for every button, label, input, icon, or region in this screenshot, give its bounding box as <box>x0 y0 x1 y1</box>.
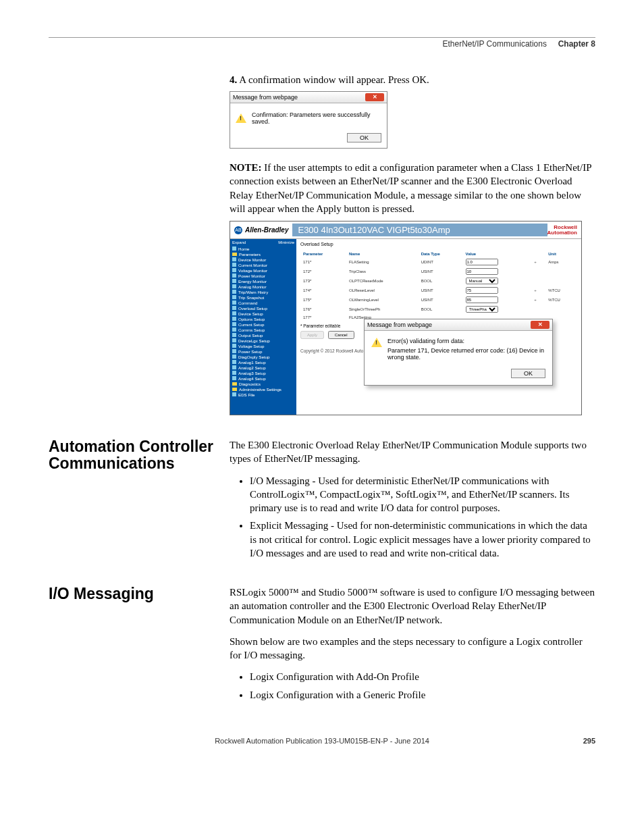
param-unit <box>545 305 577 314</box>
allen-bradley-logo: AB Allen-Bradley <box>234 226 288 234</box>
param-name: OLResetLevel <box>346 286 419 295</box>
param-value-select[interactable]: Manual <box>466 278 498 284</box>
param-datatype: BOOL <box>419 305 463 314</box>
nav-item[interactable]: DiagOsply Setup <box>238 355 269 359</box>
param-id: 177* <box>300 314 346 321</box>
page-icon <box>232 268 236 272</box>
nav-item[interactable]: Analog2 Setup <box>238 365 266 370</box>
page-icon <box>232 360 236 364</box>
note-text: If the user attempts to edit a configura… <box>230 162 591 214</box>
page-icon <box>232 317 236 321</box>
nav-eds[interactable]: EDS File <box>238 392 254 397</box>
nav-command[interactable]: Command <box>238 301 258 305</box>
nav-item[interactable]: Voltage Setup <box>238 344 265 348</box>
nav-item[interactable]: Options Setup <box>238 317 265 321</box>
step-number: 4. <box>230 74 237 85</box>
col-parameter: Parameter <box>300 251 346 257</box>
main-panel-title: Overload Setup <box>300 242 577 246</box>
section-heading-automation: Automation Controller Communications <box>49 438 230 568</box>
folder-icon <box>232 382 237 386</box>
expand-button[interactable]: Expand <box>232 240 246 244</box>
error-line2: Parameter 171, Device returned error cod… <box>387 347 545 361</box>
section-heading-io: I/O Messaging <box>49 585 230 710</box>
param-value-input[interactable] <box>466 296 498 303</box>
table-row: 173*OLPTCResetModeBOOLManual <box>300 276 577 286</box>
publication-info: Rockwell Automation Publication 193-UM01… <box>215 737 429 745</box>
nav-item[interactable]: Voltage Monitor <box>238 268 267 273</box>
nav-item[interactable]: Analog3 Setup <box>238 371 266 375</box>
nav-item[interactable]: DeviceLgx Setup <box>238 338 270 343</box>
page-icon <box>232 290 236 294</box>
nav-item[interactable]: Device Monitor <box>238 257 266 262</box>
nav-item[interactable]: Current Monitor <box>238 263 267 267</box>
col-datatype: Data Type <box>419 251 463 257</box>
page-icon <box>232 301 236 305</box>
header-rule <box>49 37 595 38</box>
error-title: Message from webpage <box>367 321 432 328</box>
note-label: NOTE: <box>230 162 262 173</box>
nav-admin[interactable]: Administrative Settings <box>239 387 281 392</box>
close-icon[interactable]: ✕ <box>531 321 549 329</box>
ok-button[interactable]: OK <box>511 369 545 378</box>
rockwell-logo: Rockwell Automation <box>547 225 577 235</box>
nav-item[interactable]: Current Setup <box>238 322 265 327</box>
param-value-select[interactable]: ThreePhase <box>466 306 498 313</box>
page-icon <box>232 263 236 267</box>
param-datatype: UDINT <box>419 257 463 267</box>
folder-icon <box>232 388 237 391</box>
product-title: E300 4In3Out120VAC VIGPt5to30Amp <box>292 224 547 236</box>
nav-home[interactable]: Home <box>238 246 250 251</box>
param-datatype: USINT <box>419 295 463 305</box>
note-paragraph: NOTE: If the user attempts to edit a con… <box>230 161 595 215</box>
param-id: 172* <box>300 267 346 276</box>
nav-parameters[interactable]: Parameters <box>239 252 261 257</box>
page-footer: Rockwell Automation Publication 193-UM01… <box>49 737 595 745</box>
param-name: SingleOrThreePh <box>346 305 419 314</box>
minimize-button[interactable]: Minimize <box>278 240 294 244</box>
header-chapter: Chapter 8 <box>558 39 595 49</box>
nav-item[interactable]: Analog Monitor <box>238 284 267 289</box>
nav-item[interactable]: Trip Snapshot <box>238 295 264 300</box>
table-row: 176*SingleOrThreePhBOOLThreePhase <box>300 305 577 314</box>
sidebar-nav: Expand Minimize Home Parameters Device M… <box>230 239 296 415</box>
nav-item[interactable]: Device Setup <box>238 311 263 316</box>
error-line1: Error(s) validating form data: <box>387 338 545 344</box>
param-id: 173* <box>300 276 346 286</box>
nav-item[interactable]: Power Setup <box>238 349 262 354</box>
page-icon <box>232 355 236 359</box>
close-icon[interactable]: ✕ <box>365 93 384 101</box>
param-id: 171* <box>300 257 346 267</box>
param-name: FLASetting <box>346 257 419 267</box>
cancel-button[interactable]: Cancel <box>328 331 354 339</box>
table-row: 174*OLResetLevelUSINT+%TCU <box>300 286 577 295</box>
nav-item[interactable]: Energy Monitor <box>238 279 267 284</box>
apply-button[interactable]: Apply <box>300 331 324 339</box>
nav-item[interactable]: Analog1 Setup <box>238 360 266 365</box>
page-icon <box>232 295 236 299</box>
nav-item[interactable]: Trip/Warn Histry <box>238 290 268 294</box>
col-value: Value <box>463 251 532 257</box>
dialog-title: Message from webpage <box>233 94 298 101</box>
page-icon <box>232 338 236 342</box>
param-datatype: BOOL <box>419 276 463 286</box>
folder-icon <box>232 253 237 256</box>
nav-item[interactable]: Output Setup <box>238 333 263 338</box>
param-value-input[interactable] <box>466 259 498 265</box>
ok-button[interactable]: OK <box>347 133 381 142</box>
page-icon <box>232 257 236 261</box>
page-number: 295 <box>583 737 595 745</box>
page-icon <box>232 344 236 348</box>
nav-item[interactable]: Overload Setup <box>238 306 267 311</box>
page-icon <box>232 333 236 337</box>
page-icon <box>232 376 236 380</box>
param-value-input[interactable] <box>466 268 498 275</box>
nav-item[interactable]: Comms Setup <box>238 328 265 332</box>
header-breadcrumb: EtherNet/IP Communications <box>442 39 547 49</box>
confirmation-dialog: Message from webpage ✕ Confirmation: Par… <box>230 91 387 149</box>
page-icon <box>232 284 236 288</box>
nav-item[interactable]: Power Monitor <box>238 273 265 278</box>
nav-item[interactable]: Analog4 Setup <box>238 376 266 381</box>
param-value-input[interactable] <box>466 287 498 294</box>
nav-diagnostics[interactable]: Diagnostics <box>239 382 261 386</box>
table-row: 171*FLASettingUDINT+Amps <box>300 257 577 267</box>
